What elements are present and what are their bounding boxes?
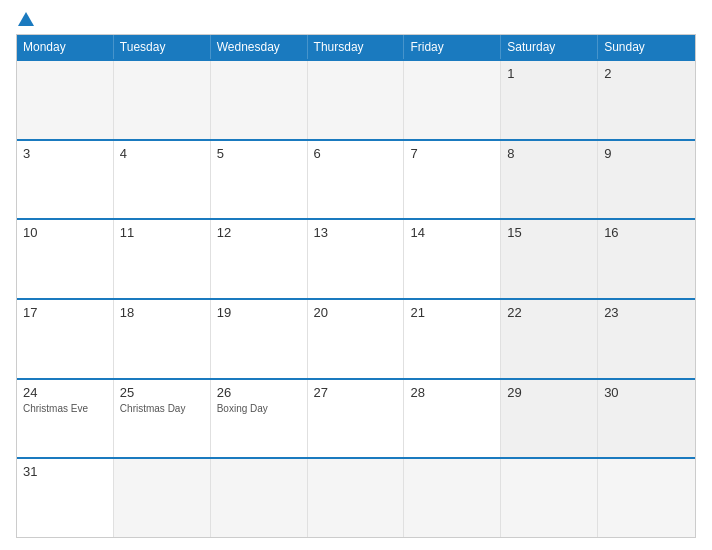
calendar-cell: 19 — [211, 300, 308, 378]
day-number: 20 — [314, 305, 398, 320]
day-event: Boxing Day — [217, 402, 301, 415]
day-number: 14 — [410, 225, 494, 240]
day-event: Christmas Day — [120, 402, 204, 415]
day-number: 27 — [314, 385, 398, 400]
day-number: 19 — [217, 305, 301, 320]
day-number: 30 — [604, 385, 689, 400]
calendar-cell — [404, 459, 501, 537]
day-number: 11 — [120, 225, 204, 240]
calendar-row-4: 17181920212223 — [17, 298, 695, 378]
day-number: 23 — [604, 305, 689, 320]
day-number: 12 — [217, 225, 301, 240]
day-number: 31 — [23, 464, 107, 479]
day-number: 3 — [23, 146, 107, 161]
day-number: 26 — [217, 385, 301, 400]
weekday-header-saturday: Saturday — [501, 35, 598, 59]
day-number: 15 — [507, 225, 591, 240]
calendar-cell: 7 — [404, 141, 501, 219]
day-number: 24 — [23, 385, 107, 400]
calendar-cell: 2 — [598, 61, 695, 139]
day-number: 28 — [410, 385, 494, 400]
day-number: 5 — [217, 146, 301, 161]
calendar-cell: 28 — [404, 380, 501, 458]
weekday-header-friday: Friday — [404, 35, 501, 59]
weekday-header-wednesday: Wednesday — [211, 35, 308, 59]
calendar-cell — [211, 459, 308, 537]
logo — [16, 12, 36, 26]
day-event: Christmas Eve — [23, 402, 107, 415]
calendar-cell: 22 — [501, 300, 598, 378]
day-number: 18 — [120, 305, 204, 320]
calendar-cell — [17, 61, 114, 139]
day-number: 16 — [604, 225, 689, 240]
calendar-body: 123456789101112131415161718192021222324C… — [17, 59, 695, 537]
calendar-row-5: 24Christmas Eve25Christmas Day26Boxing D… — [17, 378, 695, 458]
calendar-cell: 17 — [17, 300, 114, 378]
day-number: 4 — [120, 146, 204, 161]
calendar-row-6: 31 — [17, 457, 695, 537]
calendar-cell: 20 — [308, 300, 405, 378]
calendar-page: MondayTuesdayWednesdayThursdayFridaySatu… — [0, 0, 712, 550]
day-number: 13 — [314, 225, 398, 240]
calendar-cell: 1 — [501, 61, 598, 139]
day-number: 8 — [507, 146, 591, 161]
calendar-cell: 8 — [501, 141, 598, 219]
calendar-header: MondayTuesdayWednesdayThursdayFridaySatu… — [17, 35, 695, 59]
calendar-cell — [404, 61, 501, 139]
calendar-cell: 25Christmas Day — [114, 380, 211, 458]
header — [16, 12, 696, 26]
calendar-cell: 14 — [404, 220, 501, 298]
day-number: 2 — [604, 66, 689, 81]
day-number: 1 — [507, 66, 591, 81]
calendar-cell: 27 — [308, 380, 405, 458]
calendar-cell: 24Christmas Eve — [17, 380, 114, 458]
calendar-row-1: 12 — [17, 59, 695, 139]
weekday-header-sunday: Sunday — [598, 35, 695, 59]
calendar-cell: 5 — [211, 141, 308, 219]
calendar-cell: 4 — [114, 141, 211, 219]
calendar-cell — [211, 61, 308, 139]
weekday-header-tuesday: Tuesday — [114, 35, 211, 59]
day-number: 7 — [410, 146, 494, 161]
calendar: MondayTuesdayWednesdayThursdayFridaySatu… — [16, 34, 696, 538]
calendar-cell: 11 — [114, 220, 211, 298]
calendar-cell: 6 — [308, 141, 405, 219]
weekday-header-thursday: Thursday — [308, 35, 405, 59]
calendar-cell — [598, 459, 695, 537]
day-number: 9 — [604, 146, 689, 161]
calendar-cell: 18 — [114, 300, 211, 378]
calendar-cell: 29 — [501, 380, 598, 458]
calendar-cell: 23 — [598, 300, 695, 378]
calendar-row-2: 3456789 — [17, 139, 695, 219]
calendar-cell — [308, 61, 405, 139]
day-number: 10 — [23, 225, 107, 240]
calendar-cell: 3 — [17, 141, 114, 219]
calendar-cell: 31 — [17, 459, 114, 537]
calendar-cell: 13 — [308, 220, 405, 298]
day-number: 17 — [23, 305, 107, 320]
calendar-cell — [501, 459, 598, 537]
day-number: 29 — [507, 385, 591, 400]
weekday-header-monday: Monday — [17, 35, 114, 59]
calendar-row-3: 10111213141516 — [17, 218, 695, 298]
calendar-cell: 9 — [598, 141, 695, 219]
logo-triangle-icon — [18, 12, 34, 26]
calendar-cell: 26Boxing Day — [211, 380, 308, 458]
calendar-cell — [114, 459, 211, 537]
calendar-cell: 21 — [404, 300, 501, 378]
day-number: 22 — [507, 305, 591, 320]
calendar-cell: 16 — [598, 220, 695, 298]
calendar-cell: 30 — [598, 380, 695, 458]
day-number: 21 — [410, 305, 494, 320]
day-number: 25 — [120, 385, 204, 400]
calendar-cell: 12 — [211, 220, 308, 298]
calendar-cell: 10 — [17, 220, 114, 298]
calendar-cell — [114, 61, 211, 139]
calendar-cell: 15 — [501, 220, 598, 298]
day-number: 6 — [314, 146, 398, 161]
calendar-cell — [308, 459, 405, 537]
